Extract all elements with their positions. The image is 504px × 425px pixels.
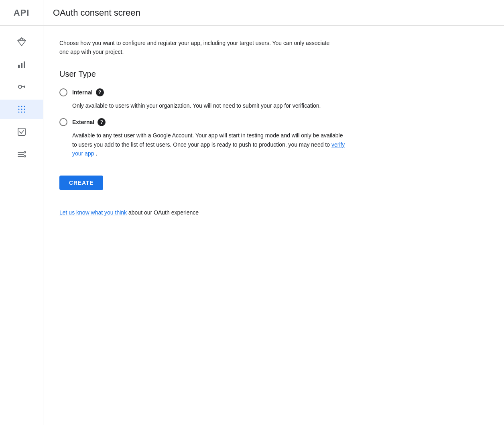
checkbox-icon (17, 127, 26, 137)
sidebar-item-metrics[interactable] (0, 55, 43, 74)
settings-list-icon (17, 149, 26, 159)
svg-rect-0 (18, 65, 20, 68)
svg-point-10 (18, 112, 19, 113)
svg-point-6 (24, 106, 25, 107)
external-radio-button[interactable] (59, 118, 67, 126)
external-description-after: . (96, 150, 97, 157)
internal-description: Only available to users within your orga… (72, 101, 345, 110)
header: API OAuth consent screen (0, 0, 504, 26)
svg-point-7 (18, 109, 19, 110)
svg-rect-1 (21, 63, 22, 68)
external-description: Available to any test user with a Google… (72, 131, 345, 158)
key-icon (17, 82, 26, 92)
svg-point-12 (24, 112, 25, 113)
svg-point-11 (21, 112, 22, 113)
external-description-before: Available to any test user with a Google… (72, 132, 343, 147)
svg-point-17 (24, 151, 26, 153)
sidebar-item-oauth[interactable] (0, 100, 43, 119)
logo-area: API (0, 0, 43, 25)
external-label: External (72, 119, 94, 125)
api-logo: API (14, 8, 30, 18)
sidebar-item-dashboard[interactable] (0, 32, 43, 51)
create-button[interactable]: CREATE (59, 176, 103, 190)
internal-label: Internal (72, 89, 93, 96)
svg-point-18 (24, 155, 26, 157)
chart-icon (17, 59, 26, 69)
svg-rect-13 (18, 128, 25, 135)
footer-feedback: Let us know what you think about our OAu… (59, 209, 388, 216)
sidebar-item-domain[interactable] (0, 122, 43, 141)
svg-point-3 (18, 85, 22, 88)
main-layout: Choose how you want to configure and reg… (0, 26, 504, 425)
section-title: User Type (59, 69, 388, 79)
svg-point-8 (21, 109, 22, 110)
footer-text-after: about our OAuth experience (128, 209, 199, 216)
svg-point-4 (18, 106, 19, 107)
external-help-icon[interactable]: ? (98, 118, 106, 126)
main-content: Choose how you want to configure and reg… (43, 26, 404, 425)
external-radio-option[interactable]: External ? (59, 118, 388, 126)
svg-point-5 (21, 106, 22, 107)
intro-text: Choose how you want to configure and reg… (59, 39, 332, 57)
sidebar (0, 26, 43, 425)
internal-radio-button[interactable] (59, 88, 67, 96)
sidebar-item-settings[interactable] (0, 145, 43, 164)
sidebar-item-credentials[interactable] (0, 77, 43, 96)
internal-help-icon[interactable]: ? (96, 88, 104, 96)
oauth-dots-icon (17, 104, 26, 114)
svg-rect-2 (24, 61, 25, 68)
svg-point-9 (24, 109, 25, 110)
diamond-icon (17, 37, 26, 47)
feedback-link[interactable]: Let us know what you think (59, 209, 127, 216)
internal-radio-option[interactable]: Internal ? (59, 88, 388, 96)
page-title: OAuth consent screen (43, 8, 140, 18)
